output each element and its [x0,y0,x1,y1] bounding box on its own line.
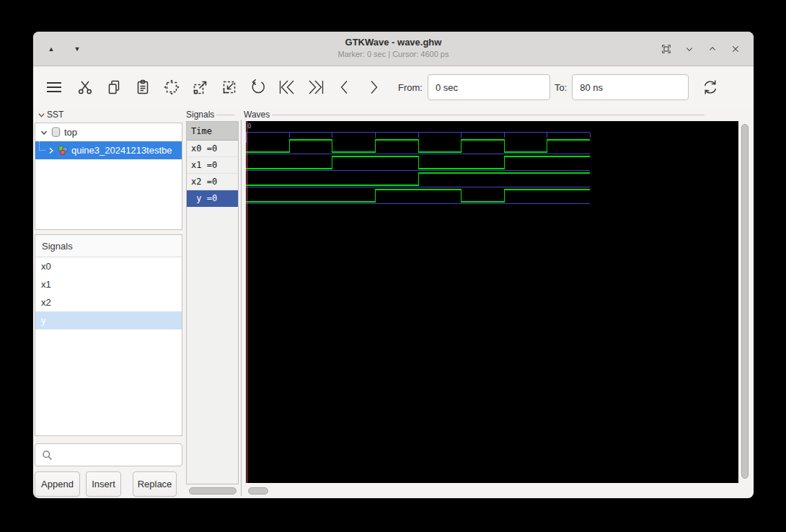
previous-edge-icon[interactable] [336,79,353,96]
sst-frame-label: SST [37,110,63,120]
maximize-icon[interactable] [706,43,719,56]
sst-tree: top quine3_20241213testbe [35,123,182,230]
signal-item-y[interactable]: y [35,311,182,329]
wave-signal-names: Time x0 =0 x1 =0 x2 =0 y =0 [186,121,239,484]
skip-to-start-icon[interactable] [278,79,296,96]
wave-trace-x1 [246,156,590,169]
time-header[interactable]: Time [187,122,238,141]
marker-cursor-status: Marker: 0 sec | Cursor: 4600 ps [177,50,609,58]
search-icon [41,449,53,461]
wave-signals-frame-label: Signals [186,110,235,120]
waves-frame-label: Waves [244,110,705,120]
next-edge-icon[interactable] [365,79,382,96]
shade-down-button[interactable]: ▼ [69,41,85,57]
skip-to-end-icon[interactable] [307,79,324,96]
undo-icon[interactable] [250,79,267,96]
wave-canvas[interactable]: 0 [246,121,738,483]
chevron-right-icon[interactable] [46,146,56,155]
wave-name-row-y[interactable]: y =0 [187,190,238,207]
wave-name-row-x0[interactable]: x0 =0 [187,141,238,157]
gtkwave-window: ▲ ▼ GTKWave - wave.ghw Marker: 0 sec | C… [33,32,754,498]
wave-trace-x2 [246,173,590,185]
sst-item-label: quine3_20241213testbe [71,145,172,156]
cut-icon[interactable] [76,79,94,96]
module-cylinder-icon [50,127,61,138]
signal-browser: Signals x0 x1 x2 y [35,234,182,436]
paste-icon[interactable] [134,79,151,96]
sst-item-top[interactable]: top [35,123,182,141]
wave-name-row-x1[interactable]: x1 =0 [187,157,238,174]
close-icon[interactable] [729,43,742,56]
pane-divider[interactable] [241,120,242,496]
wave-trace-x0 [246,140,590,152]
signal-item-x0[interactable]: x0 [35,257,182,275]
shade-up-button[interactable]: ▲ [43,41,59,57]
tree-guide-line [39,141,45,151]
action-buttons: Append Insert Replace [35,471,182,497]
zoom-fit-icon[interactable] [163,79,180,96]
append-button[interactable]: Append [35,471,80,497]
to-label: To: [555,82,567,93]
menu-hamburger-icon[interactable] [43,79,65,96]
replace-button[interactable]: Replace [133,471,177,497]
to-input[interactable] [572,74,689,100]
copy-icon[interactable] [105,79,123,96]
zoom-in-icon[interactable] [192,79,209,96]
insert-button[interactable]: Insert [86,471,121,497]
from-input[interactable] [428,74,550,100]
signal-item-x1[interactable]: x1 [35,275,182,293]
sst-item-label: top [64,127,77,138]
reload-icon[interactable] [702,79,719,96]
signal-search-input[interactable] [35,443,182,466]
from-label: From: [398,82,423,93]
testbench-cluster-icon [58,145,69,156]
wave-trace-y [246,190,590,202]
wave-name-row-x2[interactable]: x2 =0 [187,174,238,190]
main-content: SST top quine3_20241213test [33,108,754,498]
signal-item-x2[interactable]: x2 [35,293,182,311]
toolbar: From: To: [33,66,754,108]
titlebar: ▲ ▼ GTKWave - wave.ghw Marker: 0 sec | C… [33,32,754,66]
sst-item-quine3-testbench[interactable]: quine3_20241213testbe [35,141,182,159]
svg-text:0: 0 [247,123,251,130]
minimize-icon[interactable] [683,43,696,56]
zoom-out-icon[interactable] [221,79,238,96]
waves-horizontal-scrollbar[interactable] [248,487,268,495]
sst-expander-icon [37,111,45,119]
window-title: GTKWave - wave.ghw [177,37,609,48]
chevron-down-icon[interactable] [39,128,48,137]
signal-browser-header: Signals [35,235,182,257]
names-horizontal-scrollbar[interactable] [189,487,237,495]
fullscreen-icon[interactable] [660,43,673,56]
waves-vertical-scrollbar[interactable] [741,124,749,479]
